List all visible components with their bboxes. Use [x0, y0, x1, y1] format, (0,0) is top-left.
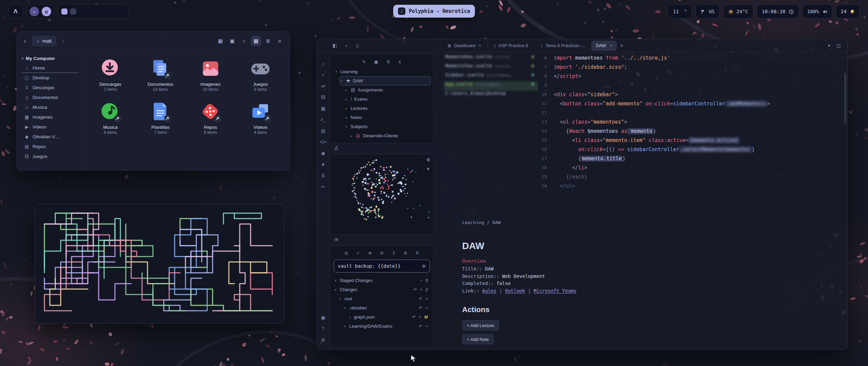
- menu-icon[interactable]: ≡: [275, 36, 285, 46]
- git-check-icon[interactable]: ✓: [356, 250, 360, 256]
- sidebar-item-desktop[interactable]: ▢Desktop: [22, 73, 78, 83]
- minus-icon[interactable]: −: [420, 278, 422, 283]
- tree-item-exams[interactable]: ▸!Exams: [344, 95, 431, 104]
- tree-item-learning[interactable]: ▾Learning: [334, 67, 431, 76]
- help-icon[interactable]: ?: [317, 323, 329, 334]
- view-grid-icon[interactable]: ▦: [251, 36, 261, 46]
- graph-filter-icon[interactable]: ✦: [426, 166, 430, 171]
- reading-icon[interactable]: ▤: [317, 125, 329, 136]
- sidebar-item-juegos[interactable]: ⚃Juegos: [22, 151, 78, 161]
- folder-videos[interactable]: Videos4 items: [236, 100, 286, 135]
- random-note-icon[interactable]: ⚄: [317, 92, 329, 103]
- file-manager-titlebar[interactable]: ‹ ⌂ matt › ▦▣⌕▦≣≡: [17, 32, 290, 50]
- git-commit-icon[interactable]: ◎: [344, 250, 348, 256]
- plus-icon[interactable]: +: [426, 297, 428, 301]
- code-icon[interactable]: </>: [317, 136, 329, 147]
- search-icon[interactable]: ⌕: [317, 69, 329, 80]
- new-tab-button[interactable]: +: [620, 43, 623, 49]
- commit-message-input[interactable]: [338, 263, 419, 269]
- weather-widget[interactable]: 24°C: [723, 4, 753, 19]
- tab-daw[interactable]: DAW×: [591, 41, 617, 51]
- folder-documentos[interactable]: Documentos14 items: [136, 57, 186, 92]
- assistant-icon[interactable]: ✦: [29, 7, 39, 16]
- breadcrumb[interactable]: ⌂ matt: [32, 36, 56, 46]
- date-widget[interactable]: 24: [836, 4, 860, 19]
- folder-repos[interactable]: Repos6 items: [185, 100, 236, 135]
- forward-button[interactable]: ›: [60, 37, 66, 45]
- add-note-button[interactable]: + Add Note: [462, 334, 494, 344]
- sidebar-toggle-icon[interactable]: ◧: [333, 43, 337, 48]
- ledger-icon[interactable]: $: [317, 170, 329, 181]
- undo-icon[interactable]: ↶: [419, 305, 422, 310]
- new-folder-icon[interactable]: ▣: [227, 36, 237, 46]
- graph-view[interactable]: [330, 155, 433, 235]
- tree-item-assignments[interactable]: ▸Assignments: [344, 85, 431, 95]
- tab-asp-practice-6[interactable]: ▯ASP Practice 6: [489, 41, 532, 51]
- add-lecture-button[interactable]: + Add Lecture: [462, 320, 499, 330]
- daily-note-icon[interactable]: ▦: [317, 103, 329, 114]
- sidebar-item-imagenes[interactable]: ▦Imagenes: [22, 112, 78, 122]
- tab-list-icon[interactable]: ▾: [828, 43, 830, 48]
- note-link-outlook[interactable]: Outlook: [505, 288, 525, 293]
- workspace-indicator[interactable]: [58, 4, 129, 19]
- keyboard-layout-widget[interactable]: US: [695, 4, 719, 19]
- folder-juegos[interactable]: Juegos8 items: [236, 57, 286, 92]
- quick-toggles[interactable]: ✦ ▤: [26, 4, 54, 19]
- undo-icon[interactable]: ↶: [413, 287, 417, 292]
- tab-dashboard[interactable]: ▦Dashboard⊙: [443, 41, 486, 51]
- note-link-aules[interactable]: Aules: [482, 288, 496, 293]
- plus-icon[interactable]: +: [419, 315, 421, 320]
- folder-descargas[interactable]: Descargas2 items: [85, 57, 136, 92]
- quick-switcher-icon[interactable]: ⇌: [317, 80, 329, 92]
- git-row-staged-changes[interactable]: ▾Staged Changes−0: [334, 276, 431, 285]
- notes-icon[interactable]: ▤: [42, 7, 51, 16]
- nav-bookmark-icon[interactable]: ▯: [356, 43, 359, 48]
- tree-item-notes[interactable]: ▸Notes: [344, 113, 431, 122]
- sidebar-item-musica[interactable]: ♫Musica: [22, 102, 78, 112]
- git-row-changes[interactable]: ▾Changes↶+2: [334, 285, 431, 294]
- sidebar-item-videos[interactable]: ▶Videos: [22, 122, 78, 132]
- launcher-button[interactable]: Λ: [8, 4, 23, 19]
- git-stage-all-icon[interactable]: ⊕: [368, 250, 372, 256]
- editor-scrollbar[interactable]: [844, 73, 846, 124]
- explorer-sort-icon[interactable]: ⇅: [386, 59, 390, 64]
- workspace-dot-2[interactable]: [70, 8, 76, 15]
- workspace-dot-1[interactable]: [61, 8, 67, 15]
- sidebar-item-repos[interactable]: ▤Repos: [22, 142, 78, 151]
- explorer-new-folder-icon[interactable]: ▣: [374, 59, 378, 64]
- git-row-learning-daw-exams[interactable]: ▾Learning/DAW/Exams↶+: [343, 322, 431, 331]
- back-button[interactable]: ‹: [22, 37, 28, 45]
- media-widget[interactable]: ♪ Polyphia - Neurotica: [393, 5, 475, 18]
- updates-widget[interactable]: 11: [668, 4, 692, 19]
- sidebar-item-obsidian-v[interactable]: ◆Obsidian V…: [22, 132, 78, 142]
- screenshot-icon[interactable]: ▦: [215, 36, 225, 46]
- code-editor[interactable]: MementoOne.sveltesrc/co…UMementoTwo.svel…: [436, 53, 847, 200]
- undo-icon[interactable]: ↶: [419, 296, 422, 301]
- snapshot-icon[interactable]: ◉: [317, 147, 329, 159]
- undo-icon[interactable]: ↶: [419, 324, 422, 329]
- search-icon[interactable]: ⌕: [239, 36, 249, 46]
- explorer-new-note-icon[interactable]: ✎: [362, 59, 366, 64]
- tree-item-lectures[interactable]: ▸Lectures: [344, 104, 431, 113]
- sidebar-section-title[interactable]: ▾ My Computer: [22, 54, 78, 63]
- plus-icon[interactable]: +: [420, 287, 422, 292]
- git-push-icon[interactable]: ↥: [392, 250, 396, 256]
- git-unstage-all-icon[interactable]: ⊖: [380, 250, 384, 256]
- clear-message-icon[interactable]: ⊗: [422, 263, 426, 269]
- tree-item-desarrollo-cliente[interactable]: ▸Desarrollo-Cliente: [350, 131, 431, 140]
- tag-pane-icon[interactable]: [334, 146, 339, 152]
- git-row-obsidian[interactable]: ▾.obsidian↶+: [343, 303, 431, 312]
- clock-widget[interactable]: 18:08:28: [757, 4, 799, 19]
- folder-musica[interactable]: Musica6 items: [85, 100, 136, 135]
- plus-icon[interactable]: +: [426, 324, 428, 329]
- tree-item-subjects[interactable]: ▾Subjects: [344, 122, 431, 131]
- links-pane-icon[interactable]: [334, 237, 339, 243]
- note-link-microsoft-teams[interactable]: Microsoft Teams: [534, 288, 576, 293]
- vault-box-icon[interactable]: ▣: [317, 312, 329, 323]
- tab-bar[interactable]: ◧⌕▯ ▦Dashboard⊙▯ASP Practice 6▯Tema 6 Pr…: [317, 39, 847, 53]
- git-row-root[interactable]: ▾root↶+: [338, 294, 431, 303]
- volume-widget[interactable]: 100%: [802, 4, 832, 19]
- settings-gear-icon[interactable]: ⚙: [317, 334, 329, 345]
- git-row-graph-json[interactable]: ▯graph.json↶+M: [348, 312, 431, 322]
- undo-icon[interactable]: ↶: [412, 314, 416, 320]
